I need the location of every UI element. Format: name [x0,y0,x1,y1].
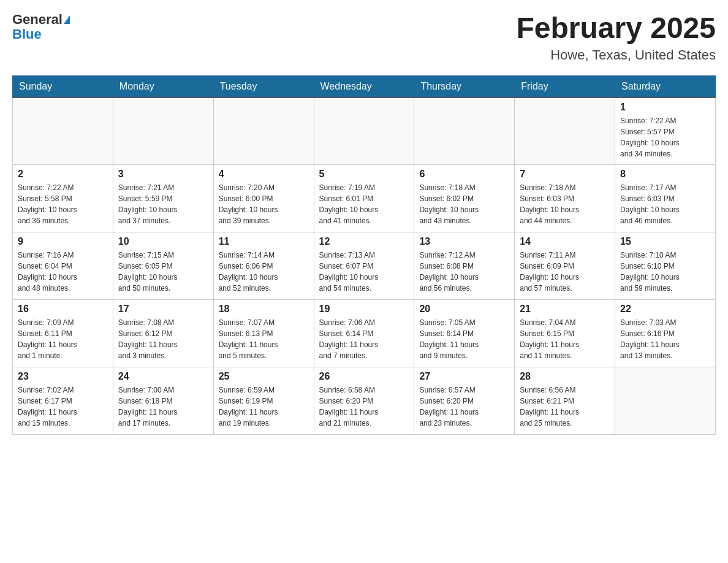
day-number: 27 [419,371,509,382]
day-number: 11 [219,236,309,247]
day-number: 26 [319,371,409,382]
week-row-2: 2Sunrise: 7:22 AMSunset: 5:58 PMDaylight… [13,165,716,232]
day-info: Sunrise: 7:03 AMSunset: 6:16 PMDaylight:… [620,317,710,361]
day-info: Sunrise: 7:21 AMSunset: 5:59 PMDaylight:… [118,182,208,226]
day-number: 12 [319,236,409,247]
calendar-cell: 17Sunrise: 7:08 AMSunset: 6:12 PMDayligh… [113,300,213,367]
calendar-cell: 20Sunrise: 7:05 AMSunset: 6:14 PMDayligh… [414,300,515,367]
header-day-tuesday: Tuesday [213,75,314,98]
calendar-cell: 2Sunrise: 7:22 AMSunset: 5:58 PMDaylight… [13,165,113,232]
day-info: Sunrise: 7:18 AMSunset: 6:02 PMDaylight:… [419,182,509,226]
calendar-cell: 25Sunrise: 6:59 AMSunset: 6:19 PMDayligh… [213,367,314,435]
calendar-cell: 10Sunrise: 7:15 AMSunset: 6:05 PMDayligh… [113,232,213,300]
day-info: Sunrise: 6:58 AMSunset: 6:20 PMDaylight:… [319,385,409,429]
week-row-1: 1Sunrise: 7:22 AMSunset: 5:57 PMDaylight… [13,98,716,165]
calendar-cell: 7Sunrise: 7:18 AMSunset: 6:03 PMDaylight… [515,165,615,232]
day-info: Sunrise: 7:02 AMSunset: 6:17 PMDaylight:… [18,385,108,429]
day-info: Sunrise: 7:07 AMSunset: 6:13 PMDaylight:… [219,317,309,361]
day-number: 9 [18,236,108,247]
calendar-cell [113,98,213,165]
calendar-cell: 26Sunrise: 6:58 AMSunset: 6:20 PMDayligh… [314,367,414,435]
calendar-cell: 28Sunrise: 6:56 AMSunset: 6:21 PMDayligh… [515,367,615,435]
calendar-cell: 23Sunrise: 7:02 AMSunset: 6:17 PMDayligh… [13,367,113,435]
day-number: 19 [319,304,409,315]
calendar-cell: 4Sunrise: 7:20 AMSunset: 6:00 PMDaylight… [213,165,314,232]
day-number: 24 [118,371,208,382]
day-info: Sunrise: 7:20 AMSunset: 6:00 PMDaylight:… [219,182,309,226]
calendar-cell: 11Sunrise: 7:14 AMSunset: 6:06 PMDayligh… [213,232,314,300]
day-number: 15 [620,236,710,247]
day-info: Sunrise: 6:59 AMSunset: 6:19 PMDaylight:… [219,385,309,429]
logo: General Blue [12,12,70,42]
day-number: 3 [118,169,208,180]
calendar-cell: 13Sunrise: 7:12 AMSunset: 6:08 PMDayligh… [414,232,515,300]
day-info: Sunrise: 7:09 AMSunset: 6:11 PMDaylight:… [18,317,108,361]
logo-triangle-icon [64,15,70,24]
day-number: 25 [219,371,309,382]
calendar-cell: 16Sunrise: 7:09 AMSunset: 6:11 PMDayligh… [13,300,113,367]
day-info: Sunrise: 7:17 AMSunset: 6:03 PMDaylight:… [620,182,710,226]
location-title: Howe, Texas, United States [516,47,716,63]
day-info: Sunrise: 7:16 AMSunset: 6:04 PMDaylight:… [18,250,108,294]
calendar-cell [615,367,716,435]
logo-blue-text: Blue [12,27,70,42]
calendar-cell [515,98,615,165]
day-info: Sunrise: 6:57 AMSunset: 6:20 PMDaylight:… [419,385,509,429]
day-info: Sunrise: 7:04 AMSunset: 6:15 PMDaylight:… [520,317,610,361]
day-number: 4 [219,169,309,180]
day-number: 22 [620,304,710,315]
calendar-header: SundayMondayTuesdayWednesdayThursdayFrid… [13,75,716,98]
calendar-cell: 12Sunrise: 7:13 AMSunset: 6:07 PMDayligh… [314,232,414,300]
page-header: General Blue February 2025 Howe, Texas, … [12,12,716,63]
calendar-cell: 1Sunrise: 7:22 AMSunset: 5:57 PMDaylight… [615,98,716,165]
day-info: Sunrise: 7:05 AMSunset: 6:14 PMDaylight:… [419,317,509,361]
day-number: 1 [620,102,710,113]
week-row-5: 23Sunrise: 7:02 AMSunset: 6:17 PMDayligh… [13,367,716,435]
day-number: 6 [419,169,509,180]
day-info: Sunrise: 7:00 AMSunset: 6:18 PMDaylight:… [118,385,208,429]
calendar-cell [13,98,113,165]
calendar-cell: 15Sunrise: 7:10 AMSunset: 6:10 PMDayligh… [615,232,716,300]
calendar-cell [414,98,515,165]
header-day-friday: Friday [515,75,615,98]
day-info: Sunrise: 7:19 AMSunset: 6:01 PMDaylight:… [319,182,409,226]
day-number: 7 [520,169,610,180]
header-day-sunday: Sunday [13,75,113,98]
day-number: 18 [219,304,309,315]
day-number: 5 [319,169,409,180]
calendar-cell: 24Sunrise: 7:00 AMSunset: 6:18 PMDayligh… [113,367,213,435]
day-info: Sunrise: 6:56 AMSunset: 6:21 PMDaylight:… [520,385,610,429]
calendar-cell: 19Sunrise: 7:06 AMSunset: 6:14 PMDayligh… [314,300,414,367]
day-info: Sunrise: 7:11 AMSunset: 6:09 PMDaylight:… [520,250,610,294]
week-row-3: 9Sunrise: 7:16 AMSunset: 6:04 PMDaylight… [13,232,716,300]
calendar-cell: 9Sunrise: 7:16 AMSunset: 6:04 PMDaylight… [13,232,113,300]
week-row-4: 16Sunrise: 7:09 AMSunset: 6:11 PMDayligh… [13,300,716,367]
day-info: Sunrise: 7:15 AMSunset: 6:05 PMDaylight:… [118,250,208,294]
calendar-cell: 3Sunrise: 7:21 AMSunset: 5:59 PMDaylight… [113,165,213,232]
calendar-cell [213,98,314,165]
day-number: 23 [18,371,108,382]
header-day-monday: Monday [113,75,213,98]
day-info: Sunrise: 7:14 AMSunset: 6:06 PMDaylight:… [219,250,309,294]
day-info: Sunrise: 7:08 AMSunset: 6:12 PMDaylight:… [118,317,208,361]
logo-general-text: General [12,12,63,27]
day-info: Sunrise: 7:10 AMSunset: 6:10 PMDaylight:… [620,250,710,294]
header-row: SundayMondayTuesdayWednesdayThursdayFrid… [13,75,716,98]
day-number: 2 [18,169,108,180]
day-info: Sunrise: 7:18 AMSunset: 6:03 PMDaylight:… [520,182,610,226]
calendar-cell: 22Sunrise: 7:03 AMSunset: 6:16 PMDayligh… [615,300,716,367]
calendar-cell: 27Sunrise: 6:57 AMSunset: 6:20 PMDayligh… [414,367,515,435]
day-number: 21 [520,304,610,315]
header-day-saturday: Saturday [615,75,716,98]
title-section: February 2025 Howe, Texas, United States [516,12,716,63]
day-number: 28 [520,371,610,382]
month-title: February 2025 [516,12,716,45]
day-info: Sunrise: 7:22 AMSunset: 5:57 PMDaylight:… [620,115,710,159]
calendar-cell: 21Sunrise: 7:04 AMSunset: 6:15 PMDayligh… [515,300,615,367]
day-number: 14 [520,236,610,247]
day-number: 8 [620,169,710,180]
calendar-cell: 6Sunrise: 7:18 AMSunset: 6:02 PMDaylight… [414,165,515,232]
header-day-thursday: Thursday [414,75,515,98]
calendar-cell: 8Sunrise: 7:17 AMSunset: 6:03 PMDaylight… [615,165,716,232]
header-day-wednesday: Wednesday [314,75,414,98]
